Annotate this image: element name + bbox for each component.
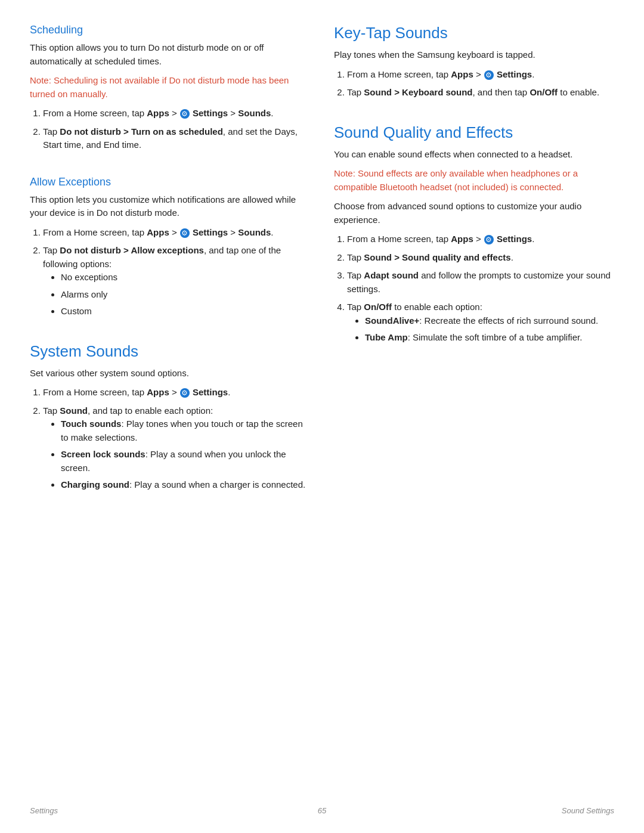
allow-exceptions-section: Allow Exceptions This option lets you cu… — [30, 176, 310, 324]
keyboard-sound-bold: Sound > Keyboard sound — [364, 87, 472, 97]
adapt-sound-bold: Adapt sound — [364, 270, 419, 280]
keytap-steps: From a Home screen, tap Apps > Settings.… — [347, 68, 614, 100]
allow-exceptions-steps: From a Home screen, tap Apps > Settings … — [43, 226, 310, 318]
step2-bold: Do not disturb > Turn on as scheduled — [60, 126, 223, 137]
sound-quality-intro2: Choose from advanced sound options to cu… — [334, 200, 614, 227]
keytap-sounds-section: Key-Tap Sounds Play tones when the Samsu… — [334, 24, 614, 106]
apps-text-5: Apps — [451, 234, 473, 244]
left-column: Scheduling This option allows you to tur… — [30, 24, 310, 516]
apps-text-2: Apps — [147, 227, 169, 237]
apps-text: Apps — [147, 108, 169, 118]
sound-quality-bold: Sound > Sound quality and effects — [364, 252, 510, 262]
system-sounds-list: Touch sounds: Play tones when you touch … — [61, 417, 310, 492]
exception-item-3: Custom — [61, 305, 310, 318]
sound-quality-step-1: From a Home screen, tap Apps > Settings. — [347, 233, 614, 246]
settings-text-2: Settings — [193, 227, 228, 237]
settings-icon-1 — [180, 109, 190, 119]
apps-text-3: Apps — [147, 387, 169, 397]
sound-quality-steps: From a Home screen, tap Apps > Settings.… — [347, 233, 614, 345]
tubeamp-bold: Tube Amp — [365, 332, 408, 342]
footer-right: Sound Settings — [562, 806, 614, 815]
effects-list: SoundAlive+: Recreate the effects of ric… — [365, 314, 614, 345]
scheduling-section: Scheduling This option allows you to tur… — [30, 24, 310, 158]
touch-sounds-bold: Touch sounds — [61, 419, 121, 429]
allow-exceptions-intro: This option lets you customize which not… — [30, 193, 310, 220]
onoff-bold-1: On/Off — [530, 87, 558, 97]
system-sounds-steps: From a Home screen, tap Apps > Settings.… — [43, 386, 310, 492]
exceptions-list: No exceptions Alarms only Custom — [61, 271, 310, 318]
allow-exceptions-step-1: From a Home screen, tap Apps > Settings … — [43, 226, 310, 240]
sound-quality-step-3: Tap Adapt sound and follow the prompts t… — [347, 269, 614, 296]
settings-text-5: Settings — [497, 234, 532, 244]
settings-icon-4 — [484, 70, 494, 80]
system-sounds-section: System Sounds Set various other system s… — [30, 342, 310, 498]
sound-quality-step-2: Tap Sound > Sound quality and effects. — [347, 251, 614, 265]
scheduling-title: Scheduling — [30, 24, 310, 36]
sound-quality-step-4: Tap On/Off to enable each option: SoundA… — [347, 301, 614, 345]
system-sounds-intro: Set various other system sound options. — [30, 367, 310, 380]
keytap-sounds-title: Key-Tap Sounds — [334, 24, 614, 42]
scheduling-intro: This option allows you to turn Do not di… — [30, 41, 310, 68]
keytap-sounds-intro: Play tones when the Samsung keyboard is … — [334, 48, 614, 62]
keytap-step-2: Tap Sound > Keyboard sound, and then tap… — [347, 86, 614, 100]
exception-item-1: No exceptions — [61, 271, 310, 284]
footer-center: 65 — [318, 806, 326, 815]
allow-exceptions-title: Allow Exceptions — [30, 176, 310, 188]
charging-sound-item: Charging sound: Play a sound when a char… — [61, 478, 310, 492]
charging-sound-bold: Charging sound — [61, 479, 129, 490]
soundalive-bold: SoundAlive+ — [365, 315, 419, 326]
sounds-text: Sounds — [238, 108, 271, 118]
apps-text-4: Apps — [451, 69, 473, 79]
sound-quality-section: Sound Quality and Effects You can enable… — [334, 123, 614, 351]
settings-text-1: Settings — [193, 108, 228, 118]
sounds-text-2: Sounds — [238, 227, 271, 237]
settings-icon-3 — [180, 388, 190, 398]
footer-left: Settings — [30, 806, 58, 815]
keytap-step-1: From a Home screen, tap Apps > Settings. — [347, 68, 614, 82]
touch-sounds-item: Touch sounds: Play tones when you touch … — [61, 417, 310, 444]
scheduling-step-2: Tap Do not disturb > Turn on as schedule… — [43, 125, 310, 152]
sound-quality-note: Note: Sound effects are only available w… — [334, 167, 614, 194]
settings-text-3: Settings — [193, 387, 228, 397]
right-column: Key-Tap Sounds Play tones when the Samsu… — [334, 24, 614, 516]
exception-item-2: Alarms only — [61, 288, 310, 302]
system-sounds-step-2: Tap Sound, and tap to enable each option… — [43, 404, 310, 492]
system-sounds-title: System Sounds — [30, 342, 310, 361]
settings-icon-2 — [180, 228, 190, 238]
scheduling-note: Note: Scheduling is not available if Do … — [30, 74, 310, 101]
sound-quality-title: Sound Quality and Effects — [334, 123, 614, 142]
soundalive-item: SoundAlive+: Recreate the effects of ric… — [365, 314, 614, 328]
sound-bold: Sound — [60, 405, 88, 416]
system-sounds-step-1: From a Home screen, tap Apps > Settings. — [43, 386, 310, 400]
scheduling-steps: From a Home screen, tap Apps > Settings … — [43, 107, 310, 152]
sound-quality-intro: You can enable sound effects when connec… — [334, 148, 614, 162]
scheduling-step-1: From a Home screen, tap Apps > Settings … — [43, 107, 310, 120]
tubeamp-item: Tube Amp: Simulate the soft timbre of a … — [365, 331, 614, 345]
screen-lock-item: Screen lock sounds: Play a sound when yo… — [61, 448, 310, 475]
settings-icon-5 — [484, 235, 494, 244]
allow-exceptions-step-2: Tap Do not disturb > Allow exceptions, a… — [43, 244, 310, 318]
screen-lock-bold: Screen lock sounds — [61, 449, 145, 459]
settings-text-4: Settings — [497, 69, 532, 79]
allow-exceptions-bold: Do not disturb > Allow exceptions — [60, 245, 204, 255]
footer-page-number: 65 — [318, 806, 326, 815]
onoff-bold-2: On/Off — [364, 302, 392, 312]
